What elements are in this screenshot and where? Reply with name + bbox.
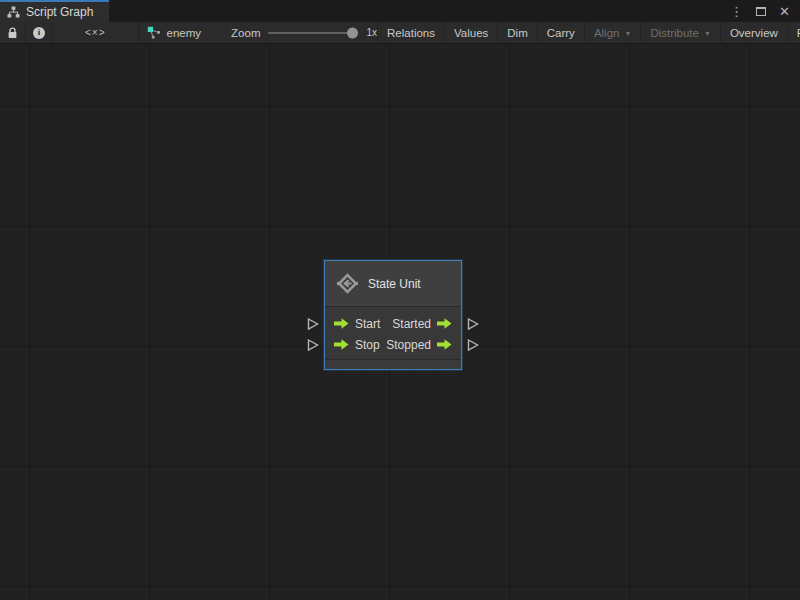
chevron-down-icon: ▼: [704, 30, 711, 37]
output-connection-port[interactable]: [467, 338, 479, 351]
close-icon[interactable]: ✕: [779, 5, 790, 18]
state-unit-node[interactable]: State Unit Start S: [324, 260, 462, 370]
input-connection-port[interactable]: [307, 317, 319, 330]
toolbar-button-dim[interactable]: Dim: [498, 22, 537, 43]
input-port-start[interactable]: Start: [334, 317, 380, 331]
graph-canvas[interactable]: State Unit Start S: [0, 44, 800, 600]
flow-arrow-icon: [334, 318, 349, 329]
button-label: Dim: [507, 27, 527, 39]
window-controls: ⋮ ✕: [730, 0, 800, 22]
flow-arrow-icon: [437, 339, 452, 350]
output-port-started[interactable]: Started: [392, 317, 452, 331]
output-connection-port[interactable]: [467, 317, 479, 330]
input-port-stop[interactable]: Stop: [334, 338, 380, 352]
button-label: Distribute: [650, 27, 699, 39]
flow-arrow-icon: [334, 339, 349, 350]
info-button[interactable]: i: [26, 22, 53, 43]
port-label: Stop: [355, 338, 380, 352]
angle-x-toggle-button[interactable]: <×>: [53, 22, 139, 43]
lock-button[interactable]: [0, 22, 26, 43]
toolbar-button-overview[interactable]: Overview: [721, 22, 788, 43]
script-graph-icon: [7, 6, 20, 18]
info-icon: i: [33, 27, 45, 39]
window-tab-bar: Script Graph ⋮ ✕: [0, 0, 800, 22]
node-ports: Start Started: [325, 307, 461, 359]
graph-title-group[interactable]: enemy: [139, 22, 210, 43]
node-title: State Unit: [368, 277, 421, 291]
node-footer: [325, 359, 461, 369]
button-label: Relations: [387, 27, 435, 39]
toolbar-button-cluster: Relations Values Dim Carry Align ▼ Distr…: [377, 22, 800, 43]
zoom-value: 1x: [366, 27, 377, 38]
port-row-stop: Stop Stopped: [325, 334, 461, 355]
zoom-label: Zoom: [231, 27, 260, 39]
port-row-start: Start Started: [325, 313, 461, 334]
button-label: Carry: [547, 27, 575, 39]
node-header[interactable]: State Unit: [325, 261, 461, 307]
button-label: Values: [454, 27, 488, 39]
tab-label: Script Graph: [26, 5, 93, 19]
menu-icon[interactable]: ⋮: [730, 5, 743, 18]
zoom-control: Zoom 1x: [231, 22, 377, 43]
toolbar-button-values[interactable]: Values: [445, 22, 498, 43]
graph-node-icon: [147, 26, 161, 39]
port-label: Start: [355, 317, 380, 331]
tab-script-graph[interactable]: Script Graph: [0, 0, 109, 22]
maximize-icon[interactable]: [756, 7, 766, 16]
toolbar-button-full-screen[interactable]: Full Screen: [788, 22, 800, 43]
zoom-slider-handle[interactable]: [347, 27, 358, 38]
chevron-down-icon: ▼: [624, 30, 631, 37]
graph-name-label: enemy: [167, 27, 202, 39]
zoom-slider[interactable]: [268, 32, 358, 34]
output-port-stopped[interactable]: Stopped: [386, 338, 452, 352]
button-label: Overview: [730, 27, 778, 39]
graph-toolbar: i <×> enemy Zoom 1x Relations Values: [0, 22, 800, 44]
toolbar-button-carry[interactable]: Carry: [538, 22, 585, 43]
lock-icon: [7, 27, 18, 39]
flow-arrow-icon: [437, 318, 452, 329]
port-label: Started: [392, 317, 431, 331]
toolbar-button-align[interactable]: Align ▼: [585, 22, 642, 43]
input-connection-port[interactable]: [307, 338, 319, 351]
angle-x-icon: <×>: [85, 27, 106, 38]
state-unit-icon: [336, 272, 359, 295]
port-label: Stopped: [386, 338, 431, 352]
toolbar-button-distribute[interactable]: Distribute ▼: [641, 22, 721, 43]
toolbar-button-relations[interactable]: Relations: [378, 22, 445, 43]
button-label: Align: [594, 27, 620, 39]
